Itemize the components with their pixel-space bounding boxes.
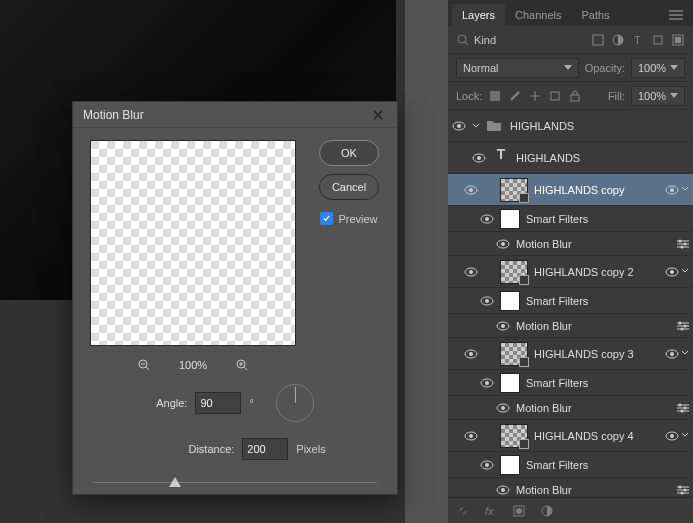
visibility-icon[interactable]	[480, 460, 494, 470]
visibility-icon[interactable]	[496, 403, 510, 413]
expand-icon[interactable]	[681, 185, 689, 195]
visibility-icon[interactable]	[496, 239, 510, 249]
svg-rect-8	[675, 37, 681, 43]
layer-smart-object[interactable]: HIGHLANDS copy	[448, 174, 693, 206]
layer-smart-object[interactable]: HIGHLANDS copy 2	[448, 256, 693, 288]
angle-input[interactable]	[195, 392, 241, 414]
visibility-icon[interactable]	[480, 214, 494, 224]
visibility-icon[interactable]	[472, 153, 486, 163]
filter-type-icon[interactable]: T	[631, 33, 645, 47]
filter-options-icon[interactable]	[677, 485, 689, 495]
lock-artboard-icon[interactable]	[548, 89, 562, 103]
filter-name[interactable]: Motion Blur	[516, 402, 671, 414]
adjustment-icon[interactable]	[540, 504, 554, 518]
visibility-icon[interactable]	[464, 267, 478, 277]
filter-mask-thumbnail[interactable]	[500, 291, 520, 311]
layer-list[interactable]: HIGHLANDSTHIGHLANDSHIGHLANDS copySmart F…	[448, 110, 693, 497]
layer-name[interactable]: HIGHLANDS copy	[534, 184, 659, 196]
smart-filter-row[interactable]: Motion Blur	[448, 232, 693, 256]
layer-thumbnail[interactable]	[500, 260, 528, 284]
fill-input[interactable]: 100%	[631, 86, 685, 106]
smart-filter-row[interactable]: Motion Blur	[448, 396, 693, 420]
tab-channels[interactable]: Channels	[505, 4, 571, 26]
layer-name[interactable]: HIGHLANDS	[510, 120, 689, 132]
visibility-icon[interactable]	[464, 185, 478, 195]
filter-shape-icon[interactable]	[651, 33, 665, 47]
visibility-icon[interactable]	[464, 431, 478, 441]
smart-filter-row[interactable]: Smart Filters	[448, 370, 693, 396]
ok-button[interactable]: OK	[319, 140, 379, 166]
layer-smart-object[interactable]: HIGHLANDS copy 4	[448, 420, 693, 452]
filter-name[interactable]: Motion Blur	[516, 320, 671, 332]
filter-name[interactable]: Motion Blur	[516, 484, 671, 496]
svg-point-59	[681, 491, 684, 494]
lock-transparency-icon[interactable]	[488, 89, 502, 103]
link-icon[interactable]	[456, 504, 470, 518]
preview-checkbox[interactable]: Preview	[320, 212, 377, 225]
visibility-icon[interactable]	[480, 378, 494, 388]
lock-pixels-icon[interactable]	[508, 89, 522, 103]
visibility-icon[interactable]	[496, 485, 510, 495]
disclosure-icon[interactable]	[472, 122, 480, 130]
visibility-icon[interactable]	[464, 349, 478, 359]
filter-name[interactable]: Smart Filters	[526, 377, 689, 389]
angle-dial[interactable]	[276, 384, 314, 422]
layer-group[interactable]: HIGHLANDS	[448, 110, 693, 142]
filter-options-icon[interactable]	[677, 239, 689, 249]
filter-visibility-icon[interactable]	[665, 431, 679, 441]
filter-pixel-icon[interactable]	[591, 33, 605, 47]
dialog-titlebar[interactable]: Motion Blur	[73, 102, 397, 128]
filter-name[interactable]: Smart Filters	[526, 213, 689, 225]
layer-filter-kind[interactable]: Kind	[456, 33, 585, 47]
filter-preview[interactable]	[90, 140, 296, 346]
mask-icon[interactable]	[512, 504, 526, 518]
layer-thumbnail[interactable]	[500, 342, 528, 366]
layer-name[interactable]: HIGHLANDS copy 4	[534, 430, 659, 442]
smart-filter-row[interactable]: Motion Blur	[448, 478, 693, 497]
tab-layers[interactable]: Layers	[452, 4, 505, 26]
cancel-button[interactable]: Cancel	[319, 174, 379, 200]
blend-mode-select[interactable]: Normal	[456, 58, 579, 78]
visibility-icon[interactable]	[480, 296, 494, 306]
layer-name[interactable]: HIGHLANDS	[516, 152, 689, 164]
expand-icon[interactable]	[681, 267, 689, 277]
filter-options-icon[interactable]	[677, 321, 689, 331]
filter-options-icon[interactable]	[677, 403, 689, 413]
filter-smart-icon[interactable]	[671, 33, 685, 47]
layer-smart-object[interactable]: HIGHLANDS copy 3	[448, 338, 693, 370]
tab-paths[interactable]: Paths	[572, 4, 620, 26]
filter-visibility-icon[interactable]	[665, 185, 679, 195]
layer-text[interactable]: THIGHLANDS	[448, 142, 693, 174]
expand-icon[interactable]	[681, 431, 689, 441]
filter-mask-thumbnail[interactable]	[500, 373, 520, 393]
fx-icon[interactable]: fx	[484, 504, 498, 518]
visibility-icon[interactable]	[496, 321, 510, 331]
filter-visibility-icon[interactable]	[665, 349, 679, 359]
filter-mask-thumbnail[interactable]	[500, 455, 520, 475]
filter-adjust-icon[interactable]	[611, 33, 625, 47]
filter-name[interactable]: Smart Filters	[526, 295, 689, 307]
lock-all-icon[interactable]	[568, 89, 582, 103]
filter-visibility-icon[interactable]	[665, 267, 679, 277]
zoom-in-icon[interactable]	[235, 358, 249, 372]
close-icon[interactable]	[369, 106, 387, 124]
layer-thumbnail[interactable]	[500, 178, 528, 202]
filter-name[interactable]: Smart Filters	[526, 459, 689, 471]
smart-filter-row[interactable]: Smart Filters	[448, 206, 693, 232]
zoom-out-icon[interactable]	[137, 358, 151, 372]
panel-menu-icon[interactable]	[663, 4, 689, 26]
expand-icon[interactable]	[681, 349, 689, 359]
opacity-input[interactable]: 100%	[631, 58, 685, 78]
smart-filter-row[interactable]: Smart Filters	[448, 288, 693, 314]
filter-mask-thumbnail[interactable]	[500, 209, 520, 229]
smart-filter-row[interactable]: Smart Filters	[448, 452, 693, 478]
distance-slider[interactable]	[93, 476, 377, 490]
visibility-icon[interactable]	[452, 121, 466, 131]
layer-name[interactable]: HIGHLANDS copy 2	[534, 266, 659, 278]
lock-position-icon[interactable]	[528, 89, 542, 103]
layer-thumbnail[interactable]	[500, 424, 528, 448]
filter-name[interactable]: Motion Blur	[516, 238, 671, 250]
layer-name[interactable]: HIGHLANDS copy 3	[534, 348, 659, 360]
distance-input[interactable]	[242, 438, 288, 460]
smart-filter-row[interactable]: Motion Blur	[448, 314, 693, 338]
